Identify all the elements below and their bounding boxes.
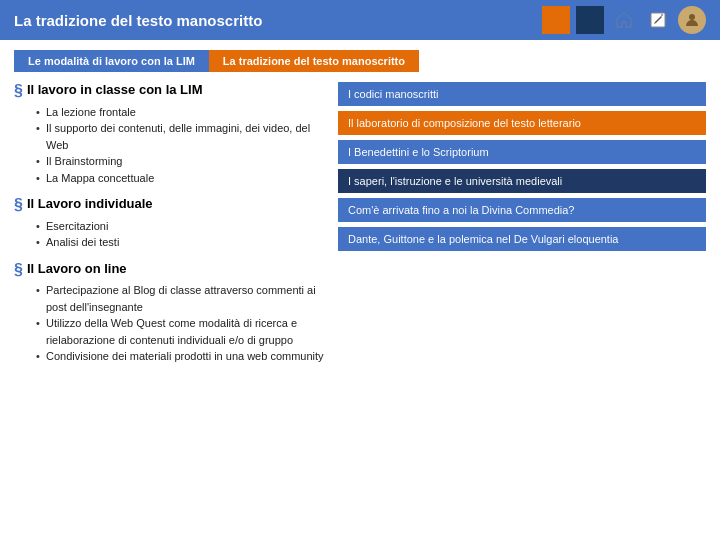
section3-bullet: § [14, 261, 23, 279]
btn-saperi[interactable]: I saperi, l'istruzione e le università m… [338, 169, 706, 193]
list-item: Partecipazione al Blog di classe attrave… [36, 282, 324, 315]
header-icons [542, 6, 706, 34]
btn-codici[interactable]: I codici manoscritti [338, 82, 706, 106]
tab-lim[interactable]: Le modalità di lavoro con la LIM [14, 50, 209, 72]
edit-icon[interactable] [644, 6, 672, 34]
list-item: La lezione frontale [36, 104, 324, 121]
btn-dante[interactable]: Dante, Guittone e la polemica nel De Vul… [338, 227, 706, 251]
right-column: I codici manoscritti Il laboratorio di c… [338, 78, 706, 536]
section1-bullet: § [14, 82, 23, 100]
list-item: Il Brainstorming [36, 153, 324, 170]
section2-list: Esercitazioni Analisi dei testi [14, 218, 324, 251]
section2-bullet: § [14, 196, 23, 214]
section1-list: La lezione frontale Il supporto dei cont… [14, 104, 324, 187]
btn-divina[interactable]: Com'è arrivata fino a noi la Divina Comm… [338, 198, 706, 222]
header: La tradizione del testo manoscritto [0, 0, 720, 40]
header-title: La tradizione del testo manoscritto [14, 12, 262, 29]
section2-header: § Il Lavoro individuale [14, 196, 324, 214]
nav-tabs: Le modalità di lavoro con la LIM La trad… [14, 50, 706, 72]
list-item: Condivisione dei materiali prodotti in u… [36, 348, 324, 365]
section1-title: Il lavoro in classe con la LIM [27, 82, 203, 99]
section-lavoro-lim: § Il lavoro in classe con la LIM La lezi… [14, 82, 324, 186]
section-lavoro-online: § Il Lavoro on line Partecipazione al Bl… [14, 261, 324, 365]
list-item: Analisi dei testi [36, 234, 324, 251]
list-item: La Mappa concettuale [36, 170, 324, 187]
blue-block-icon [576, 6, 604, 34]
list-item: Utilizzo della Web Quest come modalità d… [36, 315, 324, 348]
section-lavoro-individuale: § Il Lavoro individuale Esercitazioni An… [14, 196, 324, 251]
section3-title: Il Lavoro on line [27, 261, 127, 278]
section3-list: Partecipazione al Blog di classe attrave… [14, 282, 324, 365]
user-icon[interactable] [678, 6, 706, 34]
main-content: § Il lavoro in classe con la LIM La lezi… [0, 78, 720, 536]
btn-laboratorio[interactable]: Il laboratorio di composizione del testo… [338, 111, 706, 135]
svg-point-1 [689, 14, 695, 20]
tab-tradizione[interactable]: La tradizione del testo manoscritto [209, 50, 419, 72]
section3-header: § Il Lavoro on line [14, 261, 324, 279]
section2-title: Il Lavoro individuale [27, 196, 153, 213]
left-column: § Il lavoro in classe con la LIM La lezi… [14, 78, 324, 536]
btn-benedettini[interactable]: I Benedettini e lo Scriptorium [338, 140, 706, 164]
list-item: Il supporto dei contenuti, delle immagin… [36, 120, 324, 153]
home-icon[interactable] [610, 6, 638, 34]
orange-block-icon [542, 6, 570, 34]
section1-header: § Il lavoro in classe con la LIM [14, 82, 324, 100]
list-item: Esercitazioni [36, 218, 324, 235]
